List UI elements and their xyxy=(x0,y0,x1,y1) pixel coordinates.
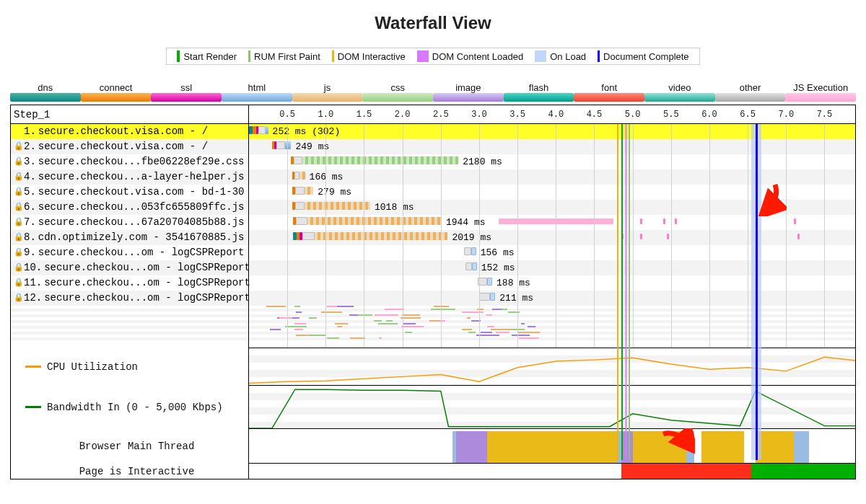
segment-img xyxy=(487,278,492,286)
request-label[interactable]: 🔒9. secure.checkou...om - logCSPReport xyxy=(11,245,248,260)
mainthread-span-paint xyxy=(794,431,809,463)
mainthread-span-layout xyxy=(456,431,487,463)
segment-wait xyxy=(302,232,315,240)
request-index: 9. xyxy=(24,245,36,260)
request-index: 2. xyxy=(24,139,36,154)
type-bar xyxy=(81,93,152,102)
event-domcl xyxy=(625,124,627,460)
milestone-rum-first-paint: RUM First Paint xyxy=(244,50,325,62)
request-url: secure.checkou...om - logCSPReport xyxy=(44,260,250,275)
request-label[interactable]: 1. secure.checkout.visa.com - / xyxy=(11,124,248,139)
axis-tick: 0.5 xyxy=(279,105,295,124)
request-time: 1018 ms xyxy=(375,200,414,215)
interactive-span-non-interactive xyxy=(621,464,752,479)
type-bar xyxy=(222,93,292,102)
type-label: ssl xyxy=(151,82,222,93)
axis-tick: 2.0 xyxy=(395,105,411,124)
milestone-legend: Start RenderRUM First PaintDOM Interacti… xyxy=(166,48,700,65)
request-label[interactable]: 🔒8. cdn.optimizely.com - 3541670885.js xyxy=(11,230,248,245)
request-label[interactable]: 🔒11. secure.checkou...om - logCSPReport xyxy=(11,275,248,291)
event-doc xyxy=(756,124,758,460)
segment-js xyxy=(305,202,370,210)
lock-icon: 🔒 xyxy=(14,185,22,200)
milestone-dom-interactive: DOM Interactive xyxy=(328,50,410,62)
type-bar xyxy=(504,93,574,102)
mainthread-span-paint xyxy=(686,431,694,463)
request-label[interactable]: 🔒7. secure.checkou...67a20704085b88.js xyxy=(11,215,248,230)
segment-img xyxy=(472,262,476,270)
axis-tick: 7.5 xyxy=(817,105,833,124)
request-time: 252 ms (302) xyxy=(273,124,341,139)
request-time: 156 ms xyxy=(481,245,515,260)
axis-tick: 5.0 xyxy=(625,105,641,124)
jsexec-dot xyxy=(640,234,642,239)
axis-tick: 2.5 xyxy=(433,105,449,124)
axis-tick: 6.0 xyxy=(701,105,717,124)
type-other: other xyxy=(715,82,786,103)
request-label[interactable]: 🔒10. secure.checkou...om - logCSPReport xyxy=(11,260,248,275)
request-url: secure.checkou...om - logCSPReport xyxy=(44,291,250,306)
request-bar[interactable]: 249 ms xyxy=(249,139,855,154)
lock-icon: 🔒 xyxy=(14,215,22,230)
milestone-label: DOM Content Loaded xyxy=(432,51,523,62)
page-title: Waterfall View xyxy=(10,13,856,33)
lock-icon: 🔒 xyxy=(14,139,22,154)
request-bar[interactable]: 1018 ms xyxy=(249,200,855,215)
request-bar[interactable]: 2180 ms xyxy=(249,154,855,169)
request-bar[interactable]: 1944 ms xyxy=(249,215,855,230)
type-bar xyxy=(644,93,715,102)
request-bar[interactable]: 188 ms xyxy=(249,275,855,291)
segment-wait xyxy=(294,172,299,180)
request-label[interactable]: 🔒4. secure.checkou...a-layer-helper.js xyxy=(11,169,248,185)
segment-img xyxy=(471,247,476,255)
type-label: font xyxy=(574,82,644,93)
type-video: video xyxy=(644,82,715,103)
segment-wait xyxy=(276,141,285,149)
request-bar[interactable]: 211 ms xyxy=(249,291,855,306)
type-label: image xyxy=(433,82,504,93)
mainthread-span-script xyxy=(633,431,686,463)
request-label[interactable]: 🔒6. secure.checkou...053fc655809ffc.js xyxy=(11,200,248,215)
request-label[interactable]: 🔒5. secure.checkout.visa.com - bd-1-30 xyxy=(11,185,248,200)
request-url: secure.checkou...67a20704085b88.js xyxy=(38,215,245,230)
request-url: secure.checkou...om - logCSPReport xyxy=(38,245,245,260)
segment-wait xyxy=(479,293,490,301)
jsexec-dot xyxy=(794,218,796,224)
request-bar[interactable]: 252 ms (302) xyxy=(249,124,855,139)
request-bar[interactable]: 166 ms xyxy=(249,169,855,185)
segment-wait xyxy=(295,202,305,210)
milestone-mark xyxy=(417,50,429,62)
request-bar[interactable]: 279 ms xyxy=(249,185,855,200)
segment-img xyxy=(490,293,495,301)
jsexec-dot xyxy=(667,234,669,239)
interactive-span-interactive xyxy=(751,464,855,479)
type-flash: flash xyxy=(504,82,574,103)
segment-wait xyxy=(464,247,472,255)
request-label[interactable]: 🔒3. secure.checkou...fbe06228ef29e.css xyxy=(11,154,248,169)
type-bar xyxy=(433,93,504,102)
jsexec-dot xyxy=(675,218,677,224)
event-rum xyxy=(629,124,630,460)
type-js: js xyxy=(292,82,363,103)
request-bar[interactable]: 2019 ms xyxy=(249,230,855,245)
request-label[interactable]: 🔒12. secure.checkou...om - logCSPReport xyxy=(11,291,248,306)
jsexec-dot xyxy=(797,234,800,239)
axis-tick: 4.5 xyxy=(587,105,603,124)
request-bar[interactable]: 152 ms xyxy=(249,260,855,275)
request-time: 211 ms xyxy=(499,291,533,306)
request-label[interactable]: 🔒2. secure.checkout.visa.com - / xyxy=(11,139,248,154)
axis-tick: 4.0 xyxy=(548,105,564,124)
request-bar[interactable]: 156 ms xyxy=(249,245,855,260)
cpu-swatch xyxy=(25,366,41,368)
type-label: flash xyxy=(504,82,574,93)
cpu-row: CPU Utilization xyxy=(249,348,855,385)
jsexec-dot xyxy=(663,218,665,224)
request-time: 2180 ms xyxy=(463,154,502,169)
type-connect: connect xyxy=(81,82,152,103)
type-bar xyxy=(292,93,363,102)
milestone-label: DOM Interactive xyxy=(338,51,406,62)
type-bar xyxy=(362,93,433,102)
bw-row: Bandwidth In (0 - 5,000 Kbps) xyxy=(249,385,855,428)
request-index: 8. xyxy=(24,230,36,245)
type-label: js xyxy=(292,82,363,93)
